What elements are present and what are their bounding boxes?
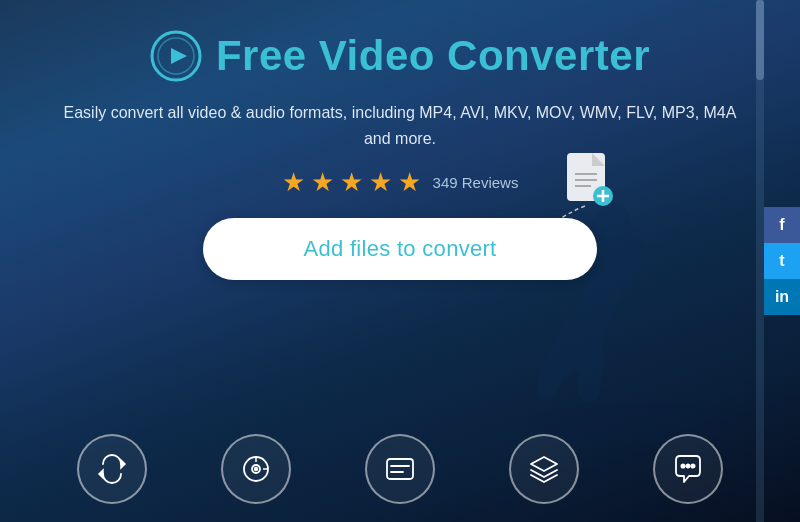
main-content: Free Video Converter Easily convert all … xyxy=(0,0,800,310)
add-files-area: Add files to convert xyxy=(203,218,596,280)
twitter-icon: t xyxy=(779,252,784,270)
star-5: ★ xyxy=(398,167,421,198)
star-1: ★ xyxy=(282,167,305,198)
star-2: ★ xyxy=(311,167,334,198)
app-title: Free Video Converter xyxy=(216,32,650,80)
subtitles-icon xyxy=(383,452,417,486)
app-subtitle: Easily convert all video & audio formats… xyxy=(60,100,740,151)
svg-point-24 xyxy=(681,464,685,468)
linkedin-icon: in xyxy=(775,288,789,306)
svg-rect-20 xyxy=(387,459,413,479)
app-logo-icon xyxy=(150,30,202,82)
layers-button[interactable] xyxy=(509,434,579,504)
scrollbar[interactable] xyxy=(756,0,764,522)
svg-point-17 xyxy=(255,468,258,471)
app-header: Free Video Converter xyxy=(150,30,650,82)
review-count: 349 Reviews xyxy=(433,174,519,191)
facebook-button[interactable]: f xyxy=(764,207,800,243)
rating-row: ★ ★ ★ ★ ★ 349 Reviews xyxy=(282,167,519,198)
star-3: ★ xyxy=(340,167,363,198)
svg-point-25 xyxy=(686,464,690,468)
chat-button[interactable] xyxy=(653,434,723,504)
svg-point-26 xyxy=(691,464,695,468)
convert-button[interactable] xyxy=(77,434,147,504)
star-4: ★ xyxy=(369,167,392,198)
svg-marker-3 xyxy=(171,48,187,64)
svg-marker-13 xyxy=(121,460,125,468)
social-sidebar: f t in xyxy=(764,207,800,315)
svg-marker-14 xyxy=(99,470,103,478)
svg-marker-12 xyxy=(552,220,561,230)
bottom-toolbar xyxy=(0,434,800,504)
file-upload-icon xyxy=(547,148,627,238)
chat-icon xyxy=(671,452,705,486)
media-icon xyxy=(239,452,273,486)
subtitles-button[interactable] xyxy=(365,434,435,504)
convert-icon xyxy=(95,452,129,486)
facebook-icon: f xyxy=(779,216,784,234)
twitter-button[interactable]: t xyxy=(764,243,800,279)
add-files-button[interactable]: Add files to convert xyxy=(203,218,596,280)
media-button[interactable] xyxy=(221,434,291,504)
layers-icon xyxy=(527,452,561,486)
linkedin-button[interactable]: in xyxy=(764,279,800,315)
scrollbar-thumb[interactable] xyxy=(756,0,764,80)
svg-marker-23 xyxy=(531,457,557,471)
